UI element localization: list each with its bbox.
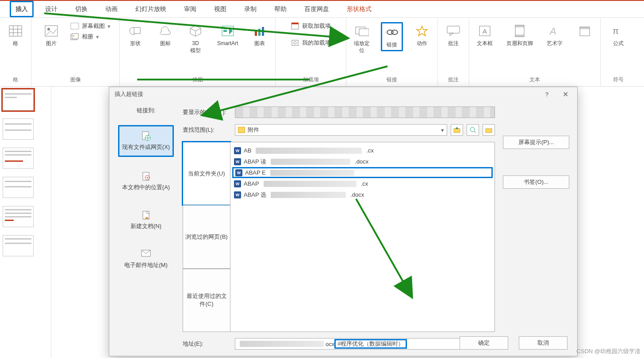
slide-panel (0, 87, 51, 358)
address-label: 地址(E): (183, 340, 231, 348)
open-folder-icon (485, 127, 492, 133)
bookmark-button[interactable]: 书签(O)... (503, 175, 569, 189)
comment-button[interactable]: 批注 (442, 22, 464, 49)
smartart-icon (221, 24, 235, 38)
up-folder-icon (453, 127, 460, 133)
ribbon: 格 格 图片 屏幕截图▾ 相册▾ 图像 (0, 18, 644, 87)
equation-button[interactable]: π公式 (607, 22, 629, 49)
chart-label: 图表 (254, 40, 265, 47)
svg-rect-9 (72, 34, 78, 39)
svg-marker-32 (450, 33, 453, 36)
screentip-button[interactable]: 屏幕提示(P)... (503, 136, 569, 149)
file-ext: .cx (361, 180, 368, 187)
look-in-combo[interactable]: 附件 ▾ (235, 124, 447, 136)
file-ext: .cx (366, 147, 374, 154)
slide-thumb[interactable] (3, 89, 34, 110)
svg-point-46 (147, 177, 148, 179)
slide-thumb[interactable] (3, 148, 34, 169)
address-bookmark-value: #程序优化（数据编辑时） (334, 339, 407, 349)
group-link-label: 链接 (387, 74, 397, 85)
slide-thumb[interactable] (3, 118, 34, 140)
cancel-button[interactable]: 取消 (519, 336, 567, 350)
display-text-input[interactable] (235, 107, 495, 118)
svg-rect-36 (515, 25, 524, 27)
equation-label: 公式 (613, 40, 624, 47)
tab-baidu[interactable]: 百度网盘 (298, 1, 335, 17)
action-button[interactable]: 动作 (411, 22, 433, 49)
tab-animation[interactable]: 动画 (99, 1, 124, 17)
linkopt-place-in-doc[interactable]: 本文档中的位置(A) (118, 167, 174, 196)
smartart-label: SmartArt (217, 40, 238, 47)
insert-hyperlink-dialog: 插入超链接 ? ✕ 链接到: 现有文件或网页(X) 本文档中的位置(A) 新建文… (109, 87, 578, 356)
smartart-button[interactable]: SmartArt (215, 22, 241, 49)
chart-button[interactable]: 图表 (249, 22, 271, 49)
globe-page-icon (141, 131, 151, 141)
ok-button[interactable]: 确定 (460, 336, 508, 350)
shapes-label: 形状 (130, 40, 141, 47)
tab-record[interactable]: 录制 (238, 1, 263, 17)
up-folder-button[interactable] (451, 124, 463, 136)
file-list[interactable]: AB.cx ABAP 读.docx ABAP E ABAP.cx ABAP 选.… (230, 142, 495, 332)
linkopt-existing-file[interactable]: 现有文件或网页(X) (118, 125, 174, 157)
tab-transition[interactable]: 切换 (69, 1, 94, 17)
dialog-help[interactable]: ? (545, 91, 548, 98)
image-button[interactable]: 图片 (40, 22, 62, 49)
file-row[interactable]: ABAP 读.docx (232, 156, 493, 167)
3dmodel-button[interactable]: 3D 模型 (184, 22, 207, 56)
screenshot-button[interactable]: 屏幕截图▾ (70, 22, 111, 30)
file-name: AB (244, 147, 251, 154)
date-button[interactable] (574, 22, 596, 42)
link-label: 链接 (387, 41, 397, 48)
slide-thumb[interactable] (3, 206, 34, 227)
my-addins-button[interactable]: 我的加载项 (291, 39, 331, 47)
word-icon (234, 147, 241, 154)
linkopt-existing-label: 现有文件或网页(X) (122, 143, 170, 151)
slide-thumb[interactable] (3, 235, 34, 256)
file-row-selected[interactable]: ABAP E (232, 167, 493, 178)
dialog-close-button[interactable]: ✕ (559, 88, 572, 100)
tab-insert[interactable]: 插入 (10, 1, 34, 17)
slide-thumb[interactable] (3, 177, 34, 198)
my-addins-label: 我的加载项 (302, 39, 331, 47)
address-input[interactable]: ocx #程序优化（数据编辑时） ▾ (235, 338, 495, 350)
file-name: ABAP (244, 180, 259, 187)
file-row[interactable]: AB.cx (232, 145, 493, 156)
album-button[interactable]: 相册▾ (70, 33, 99, 41)
file-row[interactable]: ABAP.cx (232, 178, 493, 189)
linkopt-new-doc[interactable]: 新建文档(N) (118, 206, 174, 235)
address-prefix: ocx (326, 341, 334, 347)
shapes-button[interactable]: 形状 (124, 22, 146, 49)
icons-button[interactable]: 图标 (154, 22, 176, 49)
wordart-button[interactable]: A艺术字 (544, 22, 566, 49)
wordart-label: 艺术字 (547, 40, 563, 47)
linkopt-email[interactable]: 电子邮件地址(M) (118, 244, 174, 274)
look-in-value: 附件 (248, 126, 259, 134)
browse-file-button[interactable] (483, 124, 495, 136)
tab-help[interactable]: 帮助 (268, 1, 293, 17)
link-to-label: 链接到: (137, 107, 156, 114)
screenshot-icon (70, 23, 79, 30)
icons-icon (158, 24, 172, 38)
tab-design[interactable]: 设计 (39, 1, 64, 17)
svg-line-52 (474, 131, 476, 133)
store-icon (291, 22, 299, 30)
browse-web-button[interactable] (467, 124, 479, 136)
tab-view[interactable]: 视图 (208, 1, 233, 17)
get-addins-button[interactable]: 获取加载项 (291, 22, 331, 30)
screenshot-label: 屏幕截图 (82, 22, 105, 30)
zoom-button[interactable]: 缩放定 位 (351, 22, 373, 56)
file-row[interactable]: ABAP 选.docx (232, 189, 493, 200)
tab-slideshow[interactable]: 幻灯片放映 (129, 1, 172, 17)
look-in-label: 查找范围(L): (183, 126, 231, 134)
ftab-browsed-pages[interactable]: 浏览过的网页(B) (183, 205, 230, 268)
group-comment-label: 批注 (448, 74, 459, 85)
table-button[interactable]: 格 (4, 22, 27, 49)
tab-review[interactable]: 审阅 (178, 1, 203, 17)
ftab-current-folder[interactable]: 当前文件夹(U) (183, 142, 230, 205)
action-label: 动作 (417, 40, 427, 47)
textbox-button[interactable]: A文本框 (474, 22, 496, 49)
tab-shape-format[interactable]: 形状格式 (341, 1, 378, 17)
headerfooter-button[interactable]: 页眉和页脚 (504, 22, 536, 49)
link-button[interactable]: 链接 (381, 22, 403, 51)
ftab-recent-files[interactable]: 最近使用过的文件(C) (183, 269, 230, 332)
